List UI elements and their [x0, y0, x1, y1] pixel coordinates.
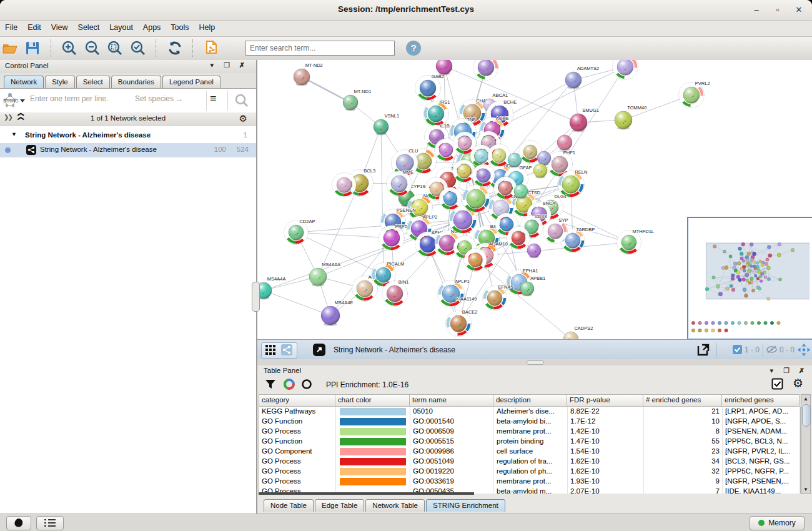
tree-expand-icon[interactable]: ▼	[11, 131, 17, 137]
network-node-mthfd1l[interactable]: MTHFD1L	[617, 229, 654, 255]
network-node-ms4a4e[interactable]: MS4A4E	[321, 300, 353, 326]
selected-nodes-checkbox-icon[interactable]	[733, 345, 742, 354]
tab-string-enrichment[interactable]: STRING Enrichment	[426, 499, 505, 512]
network-node-irs1[interactable]: IRS1	[423, 99, 450, 127]
help-icon[interactable]: ?	[406, 41, 421, 56]
menu-layout[interactable]: Layout	[104, 21, 138, 34]
menu-select[interactable]: Select	[73, 21, 105, 34]
export-network-icon[interactable]	[696, 342, 711, 357]
tab-style[interactable]: Style	[45, 76, 75, 88]
network-node-ms4a6a[interactable]: MS4A6A	[309, 262, 340, 287]
column-header-category[interactable]: category	[259, 394, 335, 407]
menu-tools[interactable]: Tools	[166, 21, 194, 34]
species-hint[interactable]: Set species →	[135, 94, 183, 103]
network-node-pvrl2[interactable]: PVRL2	[679, 81, 710, 108]
network-options-gear-icon[interactable]: ⚙	[239, 113, 247, 124]
menu-help[interactable]: Help	[194, 21, 220, 34]
table-row[interactable]: GO FunctionGO:0005515protein binding1.47…	[259, 437, 800, 447]
network-node-adamts2[interactable]: ADAMTS2	[565, 66, 599, 89]
network-collection-row[interactable]: ▼ String Network - Alzheimer's disease 1	[0, 129, 256, 143]
string-search-icon[interactable]	[232, 92, 250, 109]
column-header-enriched-genes[interactable]: enriched genes	[722, 394, 800, 407]
task-list-button[interactable]	[36, 516, 64, 530]
tab-edge-table[interactable]: Edge Table	[315, 499, 364, 512]
ring-chart-icon[interactable]	[301, 379, 312, 390]
network-node[interactable]	[527, 244, 541, 258]
zoom-fit-icon[interactable]	[106, 39, 124, 57]
import-network-icon[interactable]	[203, 39, 220, 57]
tab-boundaries[interactable]: Boundaries	[111, 76, 161, 88]
table-scrollbar[interactable]: ▲ ▼	[801, 394, 811, 494]
scrollbar-thumb[interactable]	[802, 404, 811, 427]
pan-compass-icon[interactable]	[797, 343, 811, 357]
filter-icon[interactable]	[265, 379, 276, 390]
network-node-vsnl1[interactable]: VSNL1	[374, 113, 399, 135]
table-panel-menu-icon[interactable]: ▾	[770, 367, 773, 375]
table-row[interactable]: GO ComponentGO:0009986cell surface1.54E-…	[259, 447, 800, 457]
network-row-selected[interactable]: String Network - Alzheimer's disease 100…	[0, 143, 256, 157]
table-row[interactable]: GO ProcessGO:0019220regulation of ph...1…	[259, 467, 800, 477]
network-node-aplp1[interactable]: APLP1	[438, 279, 470, 307]
network-node-cd2ap[interactable]: CD2AP	[284, 219, 315, 245]
grid-mode-icon[interactable]	[265, 344, 276, 355]
network-node-tomm40[interactable]: TOMM40	[615, 105, 646, 130]
column-header-term-name[interactable]: term name	[410, 394, 493, 407]
menu-file[interactable]: File	[0, 21, 22, 34]
birdseye-view[interactable]	[687, 217, 812, 339]
hidden-eye-icon[interactable]	[766, 345, 777, 354]
network-node-mt-nd2[interactable]: MT-ND2	[294, 62, 323, 86]
network-node[interactable]	[494, 177, 517, 200]
table-panel-float-icon[interactable]: ❒	[783, 367, 790, 375]
maximize-button[interactable]: ▫	[770, 4, 786, 16]
tab-network[interactable]: Network	[4, 76, 44, 88]
tab-select[interactable]: Select	[76, 76, 110, 88]
column-header-description[interactable]: description	[493, 394, 567, 407]
minimize-button[interactable]: –	[748, 4, 765, 16]
network-node[interactable]	[464, 249, 487, 272]
string-app-icon[interactable]: STRING	[1, 91, 26, 110]
zoom-in-icon[interactable]	[61, 39, 78, 57]
network-node-smug1[interactable]: SMUG1	[570, 107, 599, 132]
column-header--enriched-genes[interactable]: # enriched genes	[643, 394, 722, 407]
network-node[interactable]	[507, 227, 530, 250]
network-canvas[interactable]: MT-ND2MT-ND1VSNL1GAB2IRS1CHATABCA1BCHETN…	[257, 60, 812, 339]
tab-network-table[interactable]: Network Table	[365, 499, 425, 512]
select-columns-icon[interactable]	[771, 378, 783, 390]
panel-menu-icon[interactable]: ▾	[210, 61, 214, 69]
network-node[interactable]	[613, 60, 638, 80]
menu-edit[interactable]: Edit	[22, 21, 46, 34]
horizontal-splitter[interactable]	[257, 359, 812, 365]
menu-view[interactable]: View	[46, 21, 73, 34]
zoom-selected-icon[interactable]	[129, 39, 147, 57]
tab-node-table[interactable]: Node Table	[264, 499, 314, 512]
table-row[interactable]: GO FunctionGO:0001540beta-amyloid bi...1…	[259, 417, 800, 427]
search-input[interactable]	[245, 41, 395, 56]
column-header-FDR-p-value[interactable]: FDR p-value	[567, 394, 643, 407]
network-node[interactable]	[533, 164, 547, 178]
panel-grab-handle[interactable]	[252, 282, 260, 312]
string-term-input[interactable]: Enter one term per line.	[30, 94, 108, 103]
tab-legend-panel[interactable]: Legend Panel	[162, 76, 220, 88]
table-row[interactable]: GO ProcessGO:0006509membrane prot...1.42…	[259, 427, 800, 437]
save-session-icon[interactable]	[24, 39, 41, 57]
network-node[interactable]	[472, 164, 495, 187]
horizontal-scrollbar-thumb[interactable]	[259, 492, 474, 495]
network-node-efna5[interactable]: EFNA5	[483, 284, 513, 310]
table-panel-close-icon[interactable]: ✗	[799, 367, 805, 375]
column-header-chart-color[interactable]: chart color	[335, 394, 410, 407]
open-session-icon[interactable]	[1, 39, 19, 57]
detach-view-icon[interactable]	[312, 343, 326, 357]
table-row[interactable]: GO ProcessGO:0051049regulation of tra...…	[259, 457, 800, 467]
task-history-button[interactable]	[6, 516, 31, 530]
network-node-cadps2[interactable]: CADPS2	[563, 325, 593, 339]
table-row[interactable]: KEGG Pathways05010Alzheimer's dise...8.8…	[259, 407, 800, 417]
table-settings-gear-icon[interactable]: ⚙	[793, 376, 803, 390]
network-node[interactable]	[436, 60, 452, 76]
network-node[interactable]	[453, 160, 476, 183]
scroll-down-icon[interactable]: ▼	[802, 487, 810, 492]
network-node[interactable]	[439, 187, 462, 211]
panel-close-icon[interactable]: ✗	[239, 61, 245, 69]
close-button[interactable]: ✕	[791, 4, 807, 16]
string-menu-icon[interactable]: ≡	[210, 92, 217, 106]
share-view-icon[interactable]	[281, 344, 292, 355]
